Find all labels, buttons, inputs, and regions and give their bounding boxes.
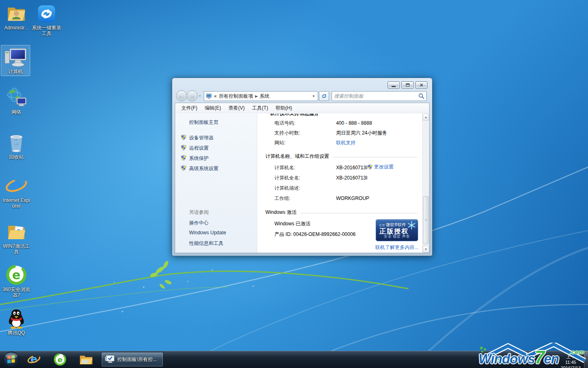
breadcrumb-system[interactable]: 系统	[260, 93, 270, 100]
search-box	[332, 91, 427, 101]
menu-file[interactable]: 文件(F)	[178, 103, 201, 113]
sidebar-remote-settings[interactable]: 远程设置	[189, 145, 209, 152]
address-bar[interactable]: « 所有控制面板项 ▶ 系统 ▼	[204, 91, 318, 101]
desktop-icon-computer[interactable]: 计算机	[1, 45, 30, 76]
sidebar-see-also-header: 另请参阅	[189, 209, 209, 216]
desktop-icon-administrator[interactable]: Administr...	[2, 2, 31, 31]
action-center-flag-icon[interactable]	[493, 356, 500, 363]
product-id: 产品 ID: 00426-OEM-8992662-00006	[274, 231, 356, 238]
menu-view[interactable]: 查看(V)	[225, 103, 248, 113]
control-panel-search-input[interactable]	[334, 93, 419, 99]
scrollbar-thumb[interactable]	[423, 196, 429, 244]
desktop-icon-label: WIN7激活工具	[2, 243, 31, 255]
window-content: 控制面板主页 设备管理器	[175, 114, 429, 253]
sidebar-windows-update[interactable]: Windows Update	[189, 230, 226, 236]
uac-shield-icon	[180, 134, 187, 141]
activation-status: Windows 已激活	[274, 220, 310, 227]
desktop: Administr... 系统一键重装工具	[0, 0, 588, 368]
uac-shield-icon	[180, 155, 187, 161]
breadcrumb-prefix: «	[214, 93, 217, 99]
search-icon[interactable]	[419, 93, 424, 99]
desktop-icon-recycle-bin[interactable]: 回收站	[2, 132, 31, 160]
minimize-button[interactable]	[388, 81, 400, 89]
360-browser-icon: e	[2, 264, 31, 285]
breadcrumb-all-control-panel-items[interactable]: 所有控制面板项	[219, 93, 253, 100]
desktop-icon-qq[interactable]: 腾讯QQ	[2, 307, 31, 336]
online-support-link[interactable]: 联机支持	[336, 140, 356, 146]
scroll-down-button[interactable]: ▼	[423, 246, 429, 253]
address-dropdown-icon[interactable]: ▼	[312, 94, 316, 98]
close-button[interactable]: ×	[415, 81, 428, 89]
back-button[interactable]: ←	[176, 90, 187, 101]
taskbar-explorer-button[interactable]	[79, 352, 93, 366]
desktop-icon-label: 360安全浏览器7	[2, 287, 31, 298]
clock-date: 2016/7/13	[561, 365, 581, 368]
menu-bar: 文件(F) 编辑(E) 查看(V) 工具(T) 帮助(H)	[175, 103, 429, 113]
back-arrow-icon: ←	[178, 92, 185, 99]
reinstall-tool-icon	[32, 2, 61, 24]
restore-button[interactable]	[401, 81, 414, 89]
forward-button[interactable]: →	[187, 90, 198, 101]
sidebar-control-panel-home[interactable]: 控制面板主页	[189, 119, 218, 126]
desktop-icon-label: 网络	[2, 109, 31, 115]
taskbar-360-browser-button[interactable]: e	[53, 352, 67, 366]
menu-edit[interactable]: 编辑(E)	[201, 103, 225, 113]
volume-speaker-icon[interactable]	[512, 356, 519, 363]
desktop-icon-network[interactable]: 网络	[2, 87, 31, 115]
breadcrumb-separator-icon: ▶	[255, 94, 258, 98]
folder-icon	[79, 353, 93, 366]
taskbar-active-window-button[interactable]: 控制面板\所有控...	[101, 352, 163, 367]
sidebar-device-manager[interactable]: 设备管理器	[189, 135, 214, 141]
recycle-bin-icon	[2, 132, 31, 153]
360-browser-icon: e	[53, 353, 67, 366]
internet-explorer-icon: e	[2, 175, 31, 196]
computer-name-row: 计算机名:XB-20160713I	[274, 164, 368, 171]
sidebar-performance-tools[interactable]: 性能信息和工具	[189, 240, 223, 247]
close-icon: ×	[420, 82, 423, 88]
desktop-icon-reinstall-tool[interactable]: 系统一键重装工具	[32, 2, 61, 36]
vertical-scrollbar[interactable]: ▲ ▼	[422, 114, 429, 253]
scroll-up-button[interactable]: ▲	[423, 114, 429, 121]
tray-clock[interactable]: 上午 11:45 2016/7/13	[561, 354, 581, 368]
clock-time: 上午 11:45	[561, 354, 581, 365]
refresh-button[interactable]	[319, 91, 329, 101]
desktop-icon-label: Internet Explorer	[2, 197, 31, 209]
change-settings-link[interactable]: 更改设置	[374, 164, 394, 171]
workgroup-row: 工作组:WORKGROUP	[274, 195, 369, 202]
scroll-up-arrow-icon: ▲	[425, 116, 428, 119]
desktop-icon-win7-activator[interactable]: WIN7激活工具	[2, 221, 31, 255]
menu-help[interactable]: 帮助(H)	[272, 103, 296, 113]
win7-activator-icon	[2, 221, 31, 242]
taskbar-internet-explorer-button[interactable]: e	[27, 352, 41, 366]
genuine-microsoft-badge[interactable]: 使用微软®软件 正版授权 安全 稳定 声誉	[376, 219, 418, 241]
learn-more-online-link[interactable]: 联机了解更多内容...	[375, 244, 419, 251]
computer-icon	[1, 46, 30, 67]
qq-penguin-icon	[2, 307, 31, 329]
uac-shield-icon	[180, 165, 187, 171]
section-rule	[301, 213, 417, 213]
start-button[interactable]	[3, 351, 20, 368]
desktop-icon-360-browser[interactable]: e 360安全浏览器7	[2, 264, 31, 298]
desktop-icon-label: Administr...	[2, 25, 31, 31]
sidebar-action-center[interactable]: 操作中心	[189, 220, 209, 227]
sidebar-system-protection[interactable]: 系统保护	[189, 155, 209, 162]
clipped-scrolled-text: 软件技术支持信息服务	[270, 114, 319, 117]
desktop-icon-label: 腾讯QQ	[2, 330, 31, 336]
system-info-pane: 软件技术支持信息服务 电话号码:400 - 888 - 8888 支持小时数:周…	[258, 114, 424, 253]
support-hours-row: 支持小时数:周日至周六 24小时服务	[274, 130, 387, 137]
restore-icon	[406, 83, 410, 87]
power-plug-icon[interactable]	[503, 356, 510, 363]
computer-full-name-row: 计算机全名:XB-20160713I	[274, 175, 368, 182]
show-desktop-button[interactable]	[584, 351, 588, 368]
computer-description-row: 计算机描述:	[274, 185, 336, 192]
desktop-icon-internet-explorer[interactable]: e Internet Explorer	[2, 175, 31, 209]
uac-shield-icon	[180, 144, 187, 151]
svg-text:e: e	[58, 355, 63, 364]
show-hidden-icons-chevron-icon[interactable]	[485, 357, 489, 360]
forward-arrow-icon: →	[189, 92, 195, 99]
sidebar-advanced-system-settings[interactable]: 高级系统设置	[189, 165, 218, 172]
recent-pages-dropdown-icon[interactable]: ▼	[198, 94, 201, 97]
change-settings: 更改设置	[367, 164, 394, 171]
computer-name-section-header: 计算机名称、域和工作组设置	[265, 153, 417, 160]
menu-tools[interactable]: 工具(T)	[248, 103, 272, 113]
